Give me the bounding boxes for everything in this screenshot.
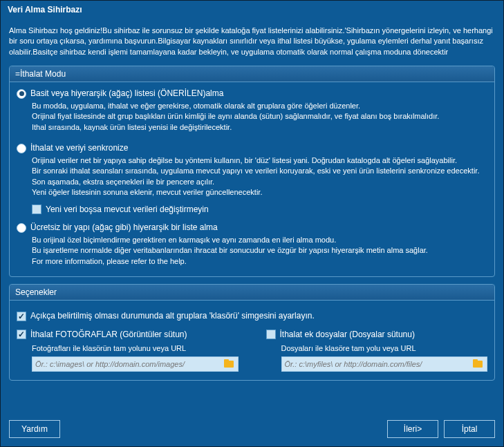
content-area: Alma Sihirbazı hoş geldiniz!Bu sihirbaz …: [1, 19, 503, 415]
options-body: Açıkça belirtilmiş olması durumunda alt …: [10, 301, 494, 380]
options-header: Seçenekler: [10, 285, 494, 301]
folder-icon[interactable]: [472, 359, 485, 369]
radio-simple-tree-input[interactable]: [17, 89, 26, 99]
opt3-desc3: For more information, please refer to th…: [32, 256, 487, 267]
import-mode-body: Basit veya hiyerarşik (ağaç) listesi (ÖN…: [10, 82, 494, 276]
check-explicit-folder-label: Açıkça belirtilmiş olması durumunda alt …: [30, 310, 315, 322]
radio-simple-tree-label: Basit veya hiyerarşik (ağaç) listesi (ÖN…: [30, 88, 223, 99]
check-import-files-box[interactable]: [266, 330, 276, 339]
check-explicit-folder-box[interactable]: [17, 312, 26, 321]
check-import-photos[interactable]: İthalat FOTOĞRAFLAR (Görüntüler sütun): [17, 329, 239, 341]
opt1-desc: Bu modda, uygulama, ithalat ve eğer gere…: [32, 101, 487, 133]
radio-simple-tree[interactable]: Basit veya hiyerarşik (ağaç) listesi (ÖN…: [17, 88, 487, 99]
opt2-desc2: Bir sonraki ithalat seansları sırasında,…: [32, 166, 487, 176]
opt2-desc: Orijinal veriler net bir yapıya sahip de…: [32, 155, 487, 198]
button-row: Yardım İleri> İptal: [1, 415, 503, 446]
wizard-window: Veri Alma Sihirbazı Alma Sihirbazı hoş g…: [0, 0, 504, 447]
radio-sync[interactable]: İthalat ve veriyi senkronize: [17, 142, 487, 154]
photo-path-input-wrap[interactable]: [32, 356, 239, 372]
file-path-input[interactable]: [282, 357, 473, 371]
window-title: Veri Alma Sihirbazı: [1, 1, 503, 19]
opt2-desc4: Yeni öğeler listesinin sonuna eklenir, m…: [32, 187, 487, 198]
opt1-desc3: Ithal sırasında, kaynak ürün listesi yen…: [32, 122, 487, 133]
check-import-photos-label: İthalat FOTOĞRAFLAR (Görüntüler sütun): [30, 329, 187, 341]
file-path-label: Dosyaları ile klasöre tam yolu veya URL: [281, 343, 488, 354]
photos-column: İthalat FOTOĞRAFLAR (Görüntüler sütun) F…: [17, 325, 239, 372]
check-import-photos-box[interactable]: [17, 330, 26, 339]
opt2-desc1: Orijinal veriler net bir yapıya sahip de…: [32, 155, 487, 166]
import-mode-header: =İthalat Modu: [10, 66, 494, 82]
photo-path-input[interactable]: [32, 357, 223, 371]
file-path-input-wrap[interactable]: [281, 356, 488, 372]
radio-free-tree[interactable]: Ücretsiz bir yapı (ağaç gibi) hiyerarşik…: [17, 222, 487, 234]
check-dont-replace[interactable]: Yeni veri boşsa mevcut verileri değiştir…: [32, 204, 487, 216]
next-button[interactable]: İleri>: [387, 420, 438, 438]
photo-path-label: Fotoğrafları ile klasörün tam yolunu vey…: [32, 343, 239, 354]
check-dont-replace-label: Yeni veri boşsa mevcut verileri değiştir…: [46, 204, 209, 216]
radio-sync-input[interactable]: [17, 144, 26, 153]
spacer: [66, 420, 382, 438]
opt3-desc: Bu orijinal özel biçimlendirme gerektire…: [32, 235, 487, 267]
help-button[interactable]: Yardım: [9, 420, 60, 438]
check-import-files[interactable]: İthalat ek dosyalar (Dosyalar sütunu): [266, 329, 488, 341]
radio-sync-label: İthalat ve veriyi senkronize: [30, 142, 128, 154]
cancel-button[interactable]: İptal: [444, 420, 495, 438]
opt1-desc1: Bu modda, uygulama, ithalat ve eğer gere…: [32, 101, 487, 111]
opt1-desc2: Orijinal fiyat listesinde alt grup başlı…: [32, 111, 487, 122]
folder-icon[interactable]: [223, 359, 236, 369]
import-mode-panel: =İthalat Modu Basit veya hiyerarşik (ağa…: [9, 66, 495, 277]
check-explicit-folder[interactable]: Açıkça belirtilmiş olması durumunda alt …: [17, 310, 487, 322]
opt3-desc2: Bu işaretleme normalde diğer veritabanla…: [32, 245, 487, 256]
opt2-desc3: Son aşamada, ekstra seçenekleri ile bir …: [32, 177, 487, 187]
check-import-files-label: İthalat ek dosyalar (Dosyalar sütunu): [280, 329, 415, 341]
files-column: İthalat ek dosyalar (Dosyalar sütunu) Do…: [266, 325, 488, 372]
check-dont-replace-box[interactable]: [32, 205, 41, 214]
radio-free-tree-label: Ücretsiz bir yapı (ağaç gibi) hiyerarşik…: [30, 222, 218, 234]
radio-free-tree-input[interactable]: [17, 223, 26, 233]
opt3-desc1: Bu orijinal özel biçimlendirme gerektire…: [32, 235, 487, 245]
options-panel: Seçenekler Açıkça belirtilmiş olması dur…: [9, 284, 495, 381]
intro-text: Alma Sihirbazı hoş geldiniz!Bu sihirbaz …: [9, 26, 495, 57]
